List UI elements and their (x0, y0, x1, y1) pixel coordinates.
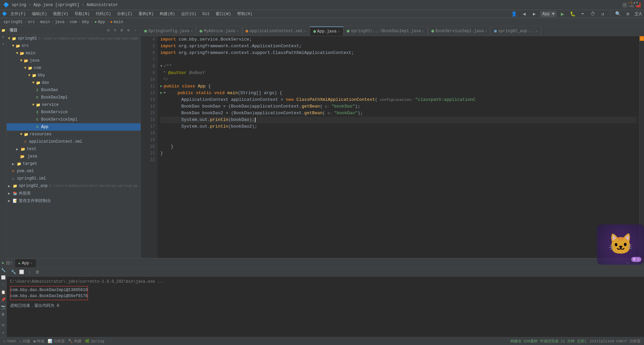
tree-item-dao[interactable]: ▼ 📁 dao (7, 79, 141, 86)
tree-item-applicationContext[interactable]: X applicationContext.xml (7, 138, 141, 145)
breadcrumb-mainmethod[interactable]: ● main (110, 20, 123, 24)
todo-label: TODO (7, 339, 16, 343)
ln12: 12 (142, 90, 155, 96)
menu-file[interactable]: 文件(F) (8, 10, 29, 17)
settings-btn[interactable]: ⚙ (624, 10, 632, 18)
tree-item-target[interactable]: ▶ 📁 target (7, 160, 141, 167)
menu-navigate[interactable]: 导航(N) (72, 10, 93, 17)
tree-item-spring01[interactable]: ▼ 📁 spring01 C:\Users\Administrator\Desk… (7, 35, 141, 42)
profile-btn[interactable]: ⏱ (589, 10, 597, 18)
run-green[interactable]: ▶ (558, 10, 567, 18)
debug-btn[interactable]: 🐛 (569, 10, 577, 18)
structure-icon[interactable]: ≡ (0, 34, 6, 40)
coverage-btn[interactable]: ☂ (579, 10, 587, 18)
status-problems[interactable]: ⚠ 问题 (19, 339, 30, 344)
rerun-btn[interactable]: ↺ (599, 10, 607, 18)
run-arrow-11[interactable]: ▶ (160, 83, 162, 90)
tree-item-test-java[interactable]: 📂 java (7, 153, 141, 160)
tab-close-BookServiceImpl[interactable]: ✕ (485, 29, 487, 33)
project-icon[interactable]: 📁 (0, 27, 6, 33)
breadcrumb-spring01[interactable]: spring01 (3, 20, 23, 24)
tree-item-bby[interactable]: ▼ 📁 bby (7, 72, 141, 79)
status-analysis[interactable]: 📊 分析器 (48, 339, 65, 344)
tab-close-SpringConfig[interactable]: ✕ (191, 29, 193, 33)
tree-item-spring01iml[interactable]: ◇ spring01.iml (7, 175, 141, 182)
tree-label-resources: resources (30, 132, 52, 137)
tab-close-BookDaoImpl[interactable]: ✕ (422, 29, 424, 33)
mascot: 🐱 B ☺ (594, 221, 644, 265)
hide-panel-btn[interactable]: — (132, 28, 138, 33)
tree-label-spring01: spring01 (18, 36, 37, 41)
tree-item-spring02-aop[interactable]: ▶ 📁 spring02_aop C:\Users\Administrator\… (7, 182, 141, 190)
tab-App[interactable]: App.java ✕ (310, 26, 344, 36)
breadcrumb-java[interactable]: java (55, 20, 65, 24)
tab-applicationContext[interactable]: applicationContext.xml ✕ (242, 26, 310, 36)
tree-item-BookService[interactable]: I BookService (7, 109, 141, 116)
breadcrumb-bby[interactable]: bby (82, 20, 89, 24)
tree-item-src[interactable]: ▼ 📂 src (7, 42, 141, 50)
fold-arrow-8[interactable]: ▼ (160, 63, 162, 70)
tree-item-BookServiceImpl[interactable]: C BookServiceImpl (7, 116, 141, 123)
tree-item-scratch[interactable]: ▶ 📝 暂存文件和控制台 (7, 197, 141, 204)
menu-window[interactable]: 窗口(W) (213, 10, 234, 17)
menu-git[interactable]: Git (200, 11, 212, 17)
gear-icon[interactable]: ⚙ (126, 28, 131, 33)
tree-item-service[interactable]: ▼ 📁 service (7, 101, 141, 109)
tree-item-com[interactable]: ▼ 📁 com (7, 64, 141, 72)
search-btn[interactable]: 🔍 (614, 10, 622, 18)
tab-BookDaoImpl[interactable]: spring01\...\BookDaoImpl.java ✕ (343, 26, 428, 36)
menu-run[interactable]: 运行(U) (178, 10, 199, 17)
tree-item-pom[interactable]: m pom.xml (7, 167, 141, 175)
fold-arrow-12[interactable]: ▼ (164, 90, 166, 96)
ln9: 9 (142, 70, 155, 76)
tab-close-MyAdvice[interactable]: ✕ (236, 29, 238, 33)
breadcrumb-app[interactable]: ● App (94, 20, 105, 24)
tree-item-BookDaoImpl[interactable]: C BookDaoImpl (7, 94, 141, 101)
console-output: C:\Users\Administrator\.jdks\corretto-1.… (141, 277, 644, 332)
tree-item-resources[interactable]: ▼ 📁 resources (7, 131, 141, 138)
menu-code[interactable]: 代码(C) (93, 10, 114, 17)
tree-item-BookDao[interactable]: I BookDao (7, 86, 141, 94)
menu-refactor[interactable]: 重构(R) (136, 10, 157, 17)
status-spring[interactable]: 🌿 Spring (85, 339, 104, 343)
tree-item-test[interactable]: ▶ 📂 test (7, 145, 141, 153)
translate-btn[interactable]: 文A (634, 10, 642, 18)
menu-build[interactable]: 构建(B) (157, 10, 178, 17)
tab-label-appCtx: applicationContext.xml (250, 29, 303, 33)
breadcrumb-main[interactable]: main (40, 20, 50, 24)
status-todo[interactable]: ☑ TODO (3, 339, 16, 343)
code-line-15: BookDao bookDao2 = (BookDao)applicationC… (160, 110, 637, 117)
tab-close-spring02[interactable]: ✕ (536, 29, 538, 33)
breadcrumb-src[interactable]: src (28, 20, 35, 24)
tree-item-java[interactable]: ▼ 📂 java (7, 57, 141, 64)
bookmarks-icon[interactable]: ★ (0, 41, 6, 47)
breadcrumb-com[interactable]: com (70, 20, 77, 24)
ln16: 16 (142, 117, 155, 123)
folder-open-icon8: ▼ (32, 103, 35, 107)
status-terminal[interactable]: ▣ 终端 (34, 339, 45, 344)
tree-item-App[interactable]: A App (7, 123, 141, 131)
collapse-all-btn[interactable]: ⊟ (106, 28, 111, 33)
status-build[interactable]: 🔨 构建 (68, 339, 82, 344)
nav-back[interactable]: ◀ (520, 10, 528, 18)
tab-spring02-aop[interactable]: spring02_aop... ✕ (491, 26, 541, 36)
menu-analyze[interactable]: 分析(Z) (114, 10, 135, 17)
vcs-btn[interactable]: 👤 (510, 10, 518, 18)
tree-item-main[interactable]: ▼ 📂 main (7, 50, 141, 57)
tab-close-App[interactable]: ✕ (338, 29, 340, 33)
menu-view[interactable]: 视图(V) (50, 10, 71, 17)
iml-icon: ◇ (12, 177, 14, 181)
tab-SpringConfig[interactable]: SpringConfig.java ✕ (141, 26, 196, 36)
tab-BookServiceImpl[interactable]: BookServiceImpl.java ✕ (428, 26, 491, 36)
tab-label-App: App.java (317, 29, 337, 34)
nav-fwd[interactable]: ▶ (530, 10, 538, 18)
menu-help[interactable]: 帮助(H) (234, 10, 255, 17)
tree-path-spring01: C:\Users\Administrator\Desktop\spring\sp… (38, 37, 138, 41)
run-arrow-12[interactable]: ▶ (160, 90, 162, 96)
menu-edit[interactable]: 编辑(E) (29, 10, 50, 17)
scroll-to-source-btn[interactable]: ⊞ (119, 28, 124, 33)
tree-item-external-libs[interactable]: ▶ 📚 外部库 (7, 190, 141, 197)
tab-MyAdvice[interactable]: MyAdvice.java ✕ (196, 26, 242, 36)
expand-all-btn[interactable]: ≡ (112, 28, 118, 33)
tab-close-appCtx[interactable]: ✕ (304, 29, 306, 33)
